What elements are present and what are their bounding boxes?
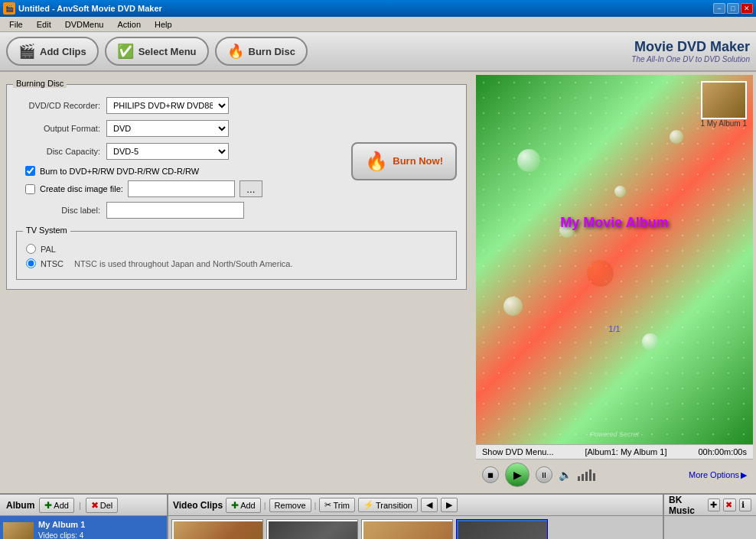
- main-content: Burning Disc DVD/CD Recorder: PHILIPS DV…: [0, 72, 756, 493]
- bottom-area: Album ✚ Add | ✖ Del My Album 1 Video cli…: [0, 493, 756, 539]
- add-clips-button[interactable]: 🎬 Add Clips: [6, 37, 99, 66]
- arrow-left-button[interactable]: ◀: [421, 498, 438, 512]
- burn-disc-button[interactable]: 🔥 Burn Disc: [215, 37, 308, 66]
- more-options-label: More Options: [689, 470, 739, 479]
- preview-page-indicator: 1/1: [608, 324, 620, 333]
- addclips-label: Add Clips: [40, 46, 86, 57]
- create-image-checkbox[interactable]: [25, 184, 35, 194]
- disc-label-label: Disc label:: [16, 206, 100, 215]
- create-image-label: Create disc image file:: [40, 184, 123, 193]
- preview-thumbnail: [701, 81, 747, 119]
- ntsc-note: NTSC is used throughout Japan and North/…: [74, 259, 293, 268]
- menu-action[interactable]: Action: [111, 18, 147, 31]
- preview-image: My Movie Album 1 My Album 1 1/1 - Powere…: [476, 75, 753, 444]
- disc-label-input[interactable]: My Moive Disc: [106, 202, 244, 219]
- output-format-label: Output Format:: [16, 124, 100, 133]
- more-options-icon: ▶: [741, 470, 747, 480]
- clips-remove-label: Remove: [275, 501, 306, 510]
- clips-remove-button[interactable]: Remove: [269, 498, 311, 512]
- bk-info-button[interactable]: ℹ: [739, 498, 751, 511]
- maximize-button[interactable]: □: [727, 3, 739, 14]
- clip-thumb-4: [458, 521, 547, 539]
- clip-item-3[interactable]: 060615.wmv Dura.: 00:05:29 Res.: 320 x 2…: [361, 519, 453, 539]
- album-thumb: [3, 522, 34, 539]
- clips-add-icon: ✚: [231, 500, 239, 511]
- album-panel-header: Album ✚ Add | ✖ Del: [0, 495, 167, 516]
- album-del-label: Del: [100, 501, 113, 510]
- album-panel-title: Album: [6, 500, 34, 511]
- right-panel: My Movie Album 1 My Album 1 1/1 - Powere…: [473, 72, 756, 493]
- more-options-button[interactable]: More Options ▶: [689, 470, 747, 480]
- burndisc-label: Burn Disc: [249, 46, 295, 57]
- album-panel: Album ✚ Add | ✖ Del My Album 1 Video cli…: [0, 495, 168, 539]
- left-panel: Burning Disc DVD/CD Recorder: PHILIPS DV…: [0, 72, 473, 493]
- menu-dvdmenu[interactable]: DVDMenu: [59, 18, 110, 31]
- burn-checkbox[interactable]: [25, 166, 35, 176]
- clips-add-label: Add: [240, 501, 256, 510]
- volume-bar[interactable]: [578, 469, 595, 481]
- play-button[interactable]: ▶: [505, 463, 530, 487]
- disc-capacity-label: Disc Capacity:: [16, 147, 100, 156]
- group-title: Burning Disc: [13, 79, 67, 88]
- album-list: My Album 1 Video clips: 4 Duration: 11:1…: [0, 516, 167, 539]
- burn-now-button[interactable]: 🔥 Burn Now!: [351, 142, 457, 180]
- logo-subtitle: The All-In One DV to DVD Solution: [631, 55, 750, 63]
- clip-item-4[interactable]: MVI_0830.avi Dura.: 00:00:06 Res.: 640 x…: [456, 519, 548, 539]
- volume-icon: 🔈: [559, 469, 572, 481]
- output-format-select[interactable]: DVD: [106, 120, 229, 137]
- bk-add-button[interactable]: ✚: [708, 498, 720, 511]
- album-clips: Video clips: 4: [38, 531, 90, 539]
- menu-file[interactable]: File: [3, 18, 29, 31]
- clips-transition-button[interactable]: ⚡ Transition: [358, 498, 418, 512]
- disc-capacity-select[interactable]: DVD-5: [106, 143, 229, 160]
- clips-panel-header: Video Clips ✚ Add | Remove | ✂ Trim ⚡ Tr…: [168, 495, 663, 516]
- arrow-right-button[interactable]: ▶: [441, 498, 458, 512]
- clips-add-button[interactable]: ✚ Add: [226, 498, 261, 513]
- app-title: Untitled - AnvSoft Movie DVD Maker: [18, 4, 162, 13]
- separator-2: |: [264, 501, 266, 510]
- ntsc-radio[interactable]: [26, 258, 36, 268]
- dvd-recorder-select[interactable]: PHILIPS DVD+RW DVD88: [106, 97, 229, 114]
- toolbar: 🎬 Add Clips ✅ Select Menu 🔥 Burn Disc Mo…: [0, 32, 756, 72]
- menu-edit[interactable]: Edit: [31, 18, 57, 31]
- stop-button[interactable]: ⏹: [482, 466, 499, 483]
- burning-disc-group: Burning Disc DVD/CD Recorder: PHILIPS DV…: [6, 84, 467, 290]
- bk-remove-button[interactable]: ✖: [723, 498, 735, 511]
- app-logo: Movie DVD Maker The All-In One DV to DVD…: [631, 39, 750, 63]
- browse-button[interactable]: ...: [240, 180, 262, 197]
- bk-music-content: [664, 516, 756, 539]
- burn-now-label: Burn Now!: [393, 155, 443, 167]
- album-info: My Album 1 Video clips: 4 Duration: 11:1…: [38, 519, 90, 539]
- album-item[interactable]: My Album 1 Video clips: 4 Duration: 11:1…: [0, 516, 167, 539]
- title-bar: 🎬 Untitled - AnvSoft Movie DVD Maker − □…: [0, 0, 756, 17]
- add-icon: ✚: [44, 500, 52, 511]
- app-icon: 🎬: [3, 2, 15, 15]
- tv-system-title: TV System: [23, 226, 70, 235]
- menu-help[interactable]: Help: [148, 18, 178, 31]
- player-controls: ⏹ ▶ ⏸ 🔈 More Options ▶: [476, 459, 753, 490]
- burn-checkbox-label: Burn to DVD+R/RW DVD-R/RW CD-R/RW: [40, 167, 199, 176]
- preview-time: 00h:00m:00s: [698, 447, 747, 456]
- album-add-label: Add: [54, 501, 69, 510]
- album-add-button[interactable]: ✚ Add: [39, 498, 74, 513]
- tv-system-group: TV System PAL NTSC NTSC is used througho…: [16, 231, 457, 280]
- close-button[interactable]: ✕: [741, 3, 753, 14]
- clip-item-2[interactable]: MVI_0830.avi Dura.: 00:00:06 Res.: 640 x…: [266, 519, 358, 539]
- create-image-path[interactable]: [128, 180, 235, 197]
- preview-show-dvd: Show DVD Menu...: [482, 447, 554, 456]
- album-name: My Album 1: [38, 519, 90, 531]
- select-menu-button[interactable]: ✅ Select Menu: [105, 37, 209, 66]
- clips-trim-button[interactable]: ✂ Trim: [319, 498, 355, 512]
- menu-bar: File Edit DVDMenu Action Help: [0, 17, 756, 32]
- pause-button[interactable]: ⏸: [536, 466, 552, 483]
- burndisc-icon: 🔥: [227, 43, 244, 60]
- preview-album-label: 1 My Album 1: [700, 119, 747, 128]
- ntsc-label: NTSC: [41, 259, 64, 268]
- album-del-button[interactable]: ✖ Del: [86, 498, 119, 513]
- trim-icon: ✂: [324, 500, 331, 510]
- pal-radio[interactable]: [26, 244, 36, 254]
- minimize-button[interactable]: −: [713, 3, 725, 14]
- transition-icon: ⚡: [363, 500, 374, 510]
- selectmenu-icon: ✅: [117, 43, 134, 60]
- clip-item-1[interactable]: 060615.wmv Dura.: 00:05:29 Res.: 320 x 2…: [171, 519, 263, 539]
